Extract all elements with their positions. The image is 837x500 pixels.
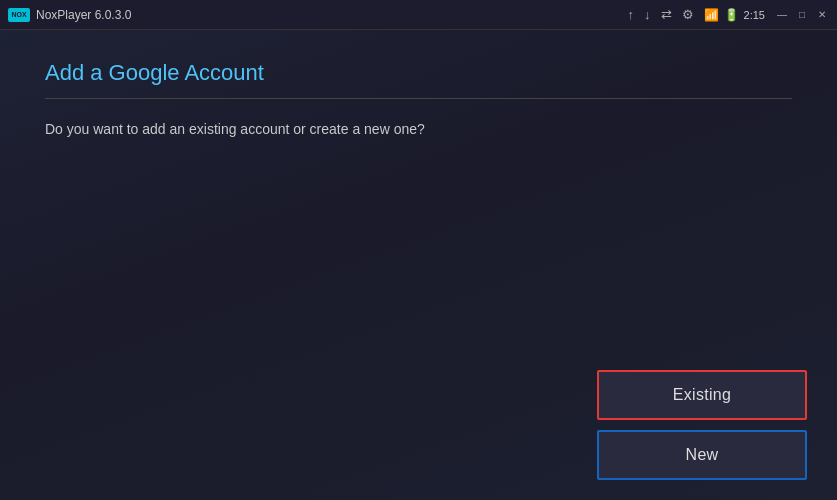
new-button[interactable]: New — [597, 430, 807, 480]
title-bar: NOX NoxPlayer 6.0.3.0 ↑ ↓ ⇄ ⚙ 📶 🔋 2:15 —… — [0, 0, 837, 30]
down-arrow-icon[interactable]: ↓ — [644, 7, 651, 22]
window-controls: — □ ✕ — [775, 8, 829, 22]
nox-logo: NOX — [8, 8, 30, 22]
buttons-area: Existing New — [597, 370, 807, 480]
gear-icon[interactable]: ⚙ — [682, 7, 694, 22]
page-description: Do you want to add an existing account o… — [45, 121, 792, 137]
cross-arrows-icon[interactable]: ⇄ — [661, 7, 672, 22]
battery-icon: 🔋 — [724, 8, 739, 22]
title-bar-left: NOX NoxPlayer 6.0.3.0 — [8, 8, 131, 22]
app-title: NoxPlayer 6.0.3.0 — [36, 8, 131, 22]
close-button[interactable]: ✕ — [815, 8, 829, 22]
maximize-button[interactable]: □ — [795, 8, 809, 22]
status-area: 📶 🔋 2:15 — [704, 8, 765, 22]
existing-button[interactable]: Existing — [597, 370, 807, 420]
up-arrow-icon[interactable]: ↑ — [628, 7, 635, 22]
clock: 2:15 — [744, 9, 765, 21]
title-divider — [45, 98, 792, 99]
nox-logo-text: NOX — [11, 11, 26, 18]
wifi-icon: 📶 — [704, 8, 719, 22]
page-title: Add a Google Account — [45, 60, 792, 86]
content-area: Add a Google Account Do you want to add … — [0, 30, 837, 500]
title-bar-right: ↑ ↓ ⇄ ⚙ 📶 🔋 2:15 — □ ✕ — [628, 7, 829, 22]
minimize-button[interactable]: — — [775, 8, 789, 22]
